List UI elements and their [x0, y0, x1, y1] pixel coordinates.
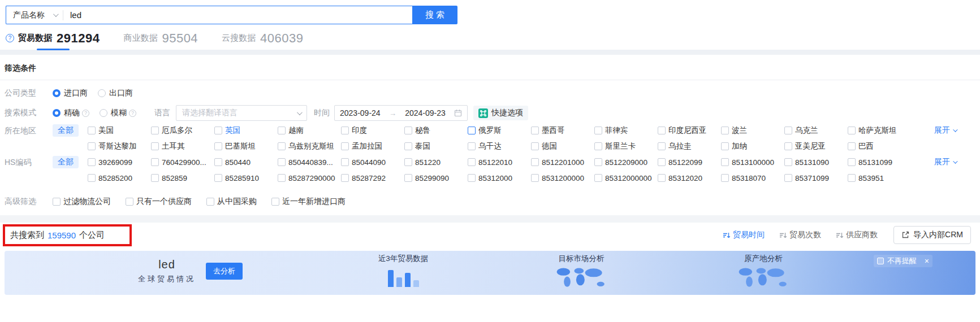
hs-checkbox[interactable]: 850440 — [214, 158, 278, 167]
hs-checkbox[interactable]: 8513100000 — [721, 158, 784, 167]
region-checkbox[interactable]: 美国 — [88, 125, 151, 136]
results-count[interactable]: 159590 — [48, 230, 76, 240]
dismiss-checkbox-icon[interactable] — [877, 258, 884, 264]
close-icon[interactable]: × — [925, 257, 929, 265]
hs-checkbox[interactable]: 850440839... — [278, 158, 341, 167]
region-checkbox[interactable]: 菲律宾 — [594, 125, 658, 136]
checkbox-box-icon — [214, 142, 222, 150]
hs-checkbox[interactable]: 852859 — [151, 174, 214, 182]
hs-checkbox[interactable]: 8512209000 — [594, 158, 658, 167]
date-start[interactable]: 2023-09-24 — [340, 108, 381, 118]
hs-checkbox[interactable]: 85287290000 — [278, 174, 341, 182]
region-checkbox[interactable]: 孟加拉国 — [341, 141, 404, 151]
hs-checkbox[interactable]: 8531200000 — [531, 174, 594, 182]
tab-business-data[interactable]: 商业数据 95504 — [123, 31, 198, 46]
hs-checkbox[interactable]: 851220 — [404, 158, 468, 167]
region-checkbox[interactable]: 巴西 — [848, 141, 911, 151]
region-checkbox[interactable]: 墨西哥 — [531, 125, 594, 136]
import-crm-button[interactable]: 导入内部CRM — [893, 226, 971, 244]
region-checkbox[interactable]: 德国 — [531, 141, 594, 151]
region-checkbox[interactable]: 哥斯达黎加 — [88, 141, 151, 151]
hs-expand-link[interactable]: 展开 — [911, 157, 980, 167]
hs-checkbox[interactable]: 85131090 — [784, 158, 848, 167]
region-checkbox[interactable]: 秘鲁 — [404, 125, 468, 136]
filter-label: 搜索模式 — [5, 108, 53, 118]
region-checkbox[interactable]: 加纳 — [721, 141, 784, 151]
hs-checkbox[interactable]: 85312020 — [658, 174, 721, 182]
sort-trade-time[interactable]: 贸易时间 — [723, 230, 765, 240]
date-end[interactable]: 2024-09-23 — [405, 108, 446, 118]
region-checkbox[interactable]: 波兰 — [721, 125, 784, 136]
hs-checkbox[interactable]: 85299090 — [404, 174, 468, 182]
region-checkbox[interactable]: 巴基斯坦 — [214, 141, 278, 151]
region-expand-link[interactable]: 展开 — [911, 125, 980, 136]
sort-supplier-count[interactable]: 供应商数 — [836, 230, 878, 240]
region-checkbox[interactable]: 乌拉圭 — [658, 141, 721, 151]
hs-checkbox[interactable]: 85285200 — [88, 174, 151, 182]
hs-checkbox[interactable]: 760429900... — [151, 158, 214, 167]
hs-checkbox[interactable]: 8512201000 — [531, 158, 594, 167]
advanced-checkbox[interactable]: 从中国采购 — [206, 197, 257, 207]
hs-checkbox[interactable]: 85287292 — [341, 174, 404, 182]
quick-options-button[interactable]: 快捷选项 — [473, 106, 528, 120]
checkbox-label: 乌拉圭 — [668, 141, 692, 151]
tab-count: 291294 — [57, 31, 100, 46]
sort-trade-count[interactable]: 贸易次数 — [779, 230, 821, 240]
radio-importer[interactable]: 进口商 — [53, 88, 88, 98]
radio-exporter[interactable]: 出口商 — [98, 88, 133, 98]
region-checkbox[interactable]: 斯里兰卡 — [594, 141, 658, 151]
tab-cloud-search-data[interactable]: 云搜数据 406039 — [222, 31, 303, 46]
hs-checkbox[interactable]: 85312000 — [468, 174, 531, 182]
radio-exact-mode[interactable]: 精确 ? — [53, 108, 89, 118]
hs-checkbox[interactable]: 853951 — [848, 174, 911, 182]
advanced-checkbox[interactable]: 过滤物流公司 — [53, 197, 111, 207]
hs-all-button[interactable]: 全部 — [53, 156, 79, 168]
region-checkbox[interactable]: 乌克兰 — [784, 125, 848, 136]
dismiss-control[interactable]: 不再提醒 × — [874, 255, 932, 267]
info-icon[interactable]: ? — [82, 110, 89, 117]
region-checkbox[interactable]: 英国 — [214, 125, 278, 136]
hs-checkbox[interactable]: 85122099 — [658, 158, 721, 167]
hs-checkbox[interactable]: 85285910 — [214, 174, 278, 182]
search-category-dropdown[interactable]: 产品名称 — [6, 10, 63, 20]
help-icon[interactable]: ? — [6, 34, 14, 42]
info-icon[interactable]: ? — [129, 110, 136, 117]
region-checkbox[interactable]: 乌干达 — [468, 141, 531, 151]
region-checkbox[interactable]: 乌兹别克斯坦 — [278, 141, 341, 151]
checkbox-label: 8531200000 — [542, 174, 584, 182]
region-checkbox[interactable]: 俄罗斯 — [468, 125, 531, 136]
checkbox-box-icon — [531, 158, 539, 166]
region-checkbox[interactable]: 厄瓜多尔 — [151, 125, 214, 136]
date-range-picker[interactable]: 2023-09-24 → 2024-09-23 — [334, 105, 468, 121]
search-button[interactable]: 搜 索 — [412, 6, 457, 24]
region-all-button[interactable]: 全部 — [53, 124, 79, 137]
checkbox-label: 哥斯达黎加 — [98, 141, 137, 151]
region-checkbox[interactable]: 哈萨克斯坦 — [848, 125, 911, 136]
hs-checkbox[interactable]: 39269099 — [88, 158, 151, 167]
hs-checkbox[interactable]: 85122010 — [468, 158, 531, 167]
language-select[interactable]: 请选择翻译语言 — [176, 105, 307, 121]
region-checkbox[interactable]: 印度 — [341, 125, 404, 136]
region-checkbox[interactable]: 印度尼西亚 — [658, 125, 721, 136]
hs-checkbox[interactable]: 85312000000 — [594, 174, 658, 182]
hs-checkbox[interactable]: 85318070 — [721, 174, 784, 182]
banner-section-title: 目标市场分析 — [542, 254, 621, 264]
checkbox-label: 过滤物流公司 — [63, 197, 111, 207]
advanced-checkbox[interactable]: 近一年新增进口商 — [271, 197, 346, 207]
analysis-banner[interactable]: led 全球贸易情况 去分析 近3年贸易数据 目标市场分析 原产地分析 — [5, 251, 975, 295]
hs-checkbox[interactable]: 85131099 — [848, 158, 911, 167]
search-input[interactable] — [63, 10, 412, 20]
radio-fuzzy-mode[interactable]: 模糊 ? — [100, 108, 136, 118]
region-checkbox[interactable]: 亚美尼亚 — [784, 141, 848, 151]
analyze-button[interactable]: 去分析 — [206, 263, 243, 280]
checkbox-box-icon — [468, 127, 476, 134]
region-checkbox[interactable]: 越南 — [278, 125, 341, 136]
hs-checkbox[interactable]: 85371099 — [784, 174, 848, 182]
checkbox-label: 哈萨克斯坦 — [858, 125, 897, 136]
checkbox-box-icon — [278, 158, 286, 166]
advanced-checkbox[interactable]: 只有一个供应商 — [126, 197, 192, 207]
region-checkbox[interactable]: 土耳其 — [151, 141, 214, 151]
hs-checkbox[interactable]: 85044090 — [341, 158, 404, 167]
region-checkbox[interactable]: 泰国 — [404, 141, 468, 151]
tab-trade-data[interactable]: ? 贸易数据 291294 — [6, 31, 100, 46]
